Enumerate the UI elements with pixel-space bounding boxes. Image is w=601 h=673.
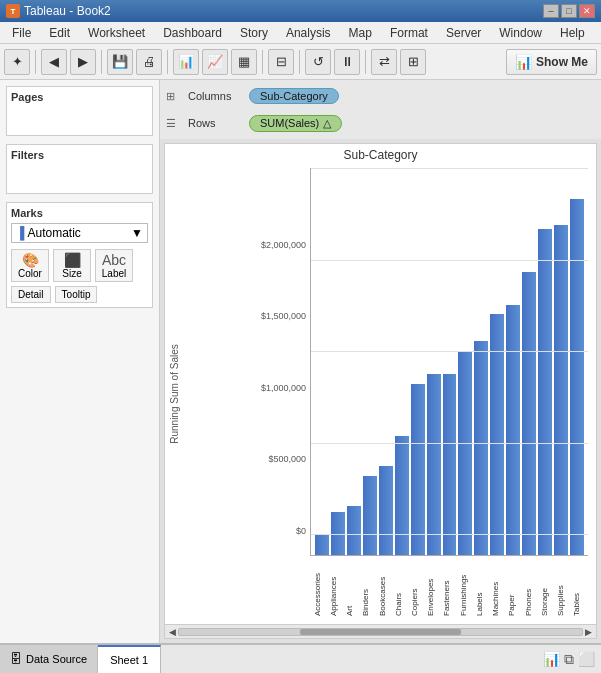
x-label-wrapper-3: Binders: [359, 556, 373, 616]
refresh-btn[interactable]: ↺: [305, 49, 331, 75]
forward-button[interactable]: ▶: [70, 49, 96, 75]
x-label-8: Fasteners: [442, 556, 451, 616]
title-bar-controls[interactable]: – □ ✕: [543, 4, 595, 18]
scroll-right-icon[interactable]: ▶: [583, 627, 594, 637]
chart-area-btn[interactable]: ▦: [231, 49, 257, 75]
pause-btn[interactable]: ⏸: [334, 49, 360, 75]
menu-format[interactable]: Format: [382, 24, 436, 42]
bar-13[interactable]: [522, 272, 536, 555]
bars-container: [310, 168, 588, 556]
save-button[interactable]: 💾: [107, 49, 133, 75]
marks-type-dropdown[interactable]: ▐ Automatic ▼: [11, 223, 148, 243]
scroll-left-icon[interactable]: ◀: [167, 627, 178, 637]
bar-wrapper-5[interactable]: [395, 176, 409, 555]
columns-pill[interactable]: Sub-Category: [249, 88, 339, 104]
color-button[interactable]: 🎨 Color: [11, 249, 49, 282]
new-button[interactable]: ✦: [4, 49, 30, 75]
bar-2[interactable]: [347, 506, 361, 555]
print-button[interactable]: 🖨: [136, 49, 162, 75]
bar-wrapper-15[interactable]: [554, 176, 568, 555]
columns-pill-text: Sub-Category: [260, 90, 328, 102]
bar-7[interactable]: [427, 374, 441, 555]
swap-btn[interactable]: ⇄: [371, 49, 397, 75]
bar-wrapper-14[interactable]: [538, 176, 552, 555]
menu-window[interactable]: Window: [491, 24, 550, 42]
x-label-wrapper-10: Labels: [472, 556, 486, 616]
menu-edit[interactable]: Edit: [41, 24, 78, 42]
bar-wrapper-0[interactable]: [315, 176, 329, 555]
detail-label: Detail: [18, 289, 44, 300]
filter-btn[interactable]: ⊟: [268, 49, 294, 75]
sheet-label: Sheet 1: [110, 654, 148, 666]
bar-wrapper-7[interactable]: [427, 176, 441, 555]
pages-section: Pages: [6, 86, 153, 136]
label-button[interactable]: Abc Label: [95, 249, 133, 282]
add-sheet-icon[interactable]: ⬜: [578, 651, 595, 668]
bar-wrapper-8[interactable]: [443, 176, 457, 555]
bar-9[interactable]: [458, 351, 472, 555]
bar-wrapper-2[interactable]: [347, 176, 361, 555]
chart-bar-btn[interactable]: 📈: [202, 49, 228, 75]
bar-4[interactable]: [379, 466, 393, 555]
toolbar-sep-2: [101, 50, 102, 74]
bar-wrapper-9[interactable]: [458, 176, 472, 555]
rows-pill[interactable]: SUM(Sales) △: [249, 115, 342, 132]
chart-type-btn[interactable]: 📊: [173, 49, 199, 75]
bar-6[interactable]: [411, 384, 425, 555]
y-label-2m: $2,000,000: [261, 240, 306, 250]
detail-button[interactable]: Detail: [11, 286, 51, 303]
bar-8[interactable]: [443, 374, 457, 555]
back-button[interactable]: ◀: [41, 49, 67, 75]
scrollbar-area: ◀ ▶: [165, 624, 596, 638]
menu-file[interactable]: File: [4, 24, 39, 42]
bar-3[interactable]: [363, 476, 377, 555]
minimize-button[interactable]: –: [543, 4, 559, 18]
scrollbar-track[interactable]: [178, 628, 583, 636]
menu-server[interactable]: Server: [438, 24, 489, 42]
fit-btn[interactable]: ⊞: [400, 49, 426, 75]
dropdown-arrow-icon: ▼: [131, 226, 143, 240]
bar-wrapper-16[interactable]: [570, 176, 584, 555]
duplicate-sheet-icon[interactable]: ⧉: [564, 651, 574, 668]
datasource-tab[interactable]: 🗄 Data Source: [0, 645, 98, 673]
rows-shelf: ☰ Rows SUM(Sales) △: [166, 111, 595, 135]
bar-wrapper-11[interactable]: [490, 176, 504, 555]
bar-16[interactable]: [570, 199, 584, 555]
bar-12[interactable]: [506, 305, 520, 555]
bar-wrapper-3[interactable]: [363, 176, 377, 555]
bar-wrapper-12[interactable]: [506, 176, 520, 555]
bar-14[interactable]: [538, 229, 552, 555]
x-label-16: Tables: [572, 556, 581, 616]
rows-pill-text: SUM(Sales): [260, 117, 319, 129]
bar-wrapper-1[interactable]: [331, 176, 345, 555]
bar-wrapper-10[interactable]: [474, 176, 488, 555]
size-button[interactable]: ⬛ Size: [53, 249, 91, 282]
bar-5[interactable]: [395, 436, 409, 555]
bar-0[interactable]: [315, 535, 329, 555]
bar-wrapper-4[interactable]: [379, 176, 393, 555]
color-label: Color: [18, 268, 42, 279]
bar-10[interactable]: [474, 341, 488, 555]
menu-worksheet[interactable]: Worksheet: [80, 24, 153, 42]
tooltip-button[interactable]: Tooltip: [55, 286, 98, 303]
menu-help[interactable]: Help: [552, 24, 593, 42]
scrollbar-thumb[interactable]: [300, 629, 461, 635]
show-me-button[interactable]: 📊 Show Me: [506, 49, 597, 75]
maximize-button[interactable]: □: [561, 4, 577, 18]
menu-map[interactable]: Map: [341, 24, 380, 42]
bar-wrapper-13[interactable]: [522, 176, 536, 555]
menu-analysis[interactable]: Analysis: [278, 24, 339, 42]
bar-11[interactable]: [490, 314, 504, 555]
size-icon: ⬛: [64, 252, 81, 268]
x-label-9: Furnishings: [459, 556, 468, 616]
new-sheet-icon[interactable]: 📊: [543, 651, 560, 668]
bar-1[interactable]: [331, 512, 345, 555]
chart-inner: $0 $500,000 $1,000,000 $1,500,000 $2,000…: [245, 168, 588, 556]
menu-dashboard[interactable]: Dashboard: [155, 24, 230, 42]
close-button[interactable]: ✕: [579, 4, 595, 18]
bar-15[interactable]: [554, 225, 568, 555]
menu-story[interactable]: Story: [232, 24, 276, 42]
bar-wrapper-6[interactable]: [411, 176, 425, 555]
title-bar-left: T Tableau - Book2: [6, 4, 111, 18]
sheet-tab[interactable]: Sheet 1: [98, 645, 161, 673]
